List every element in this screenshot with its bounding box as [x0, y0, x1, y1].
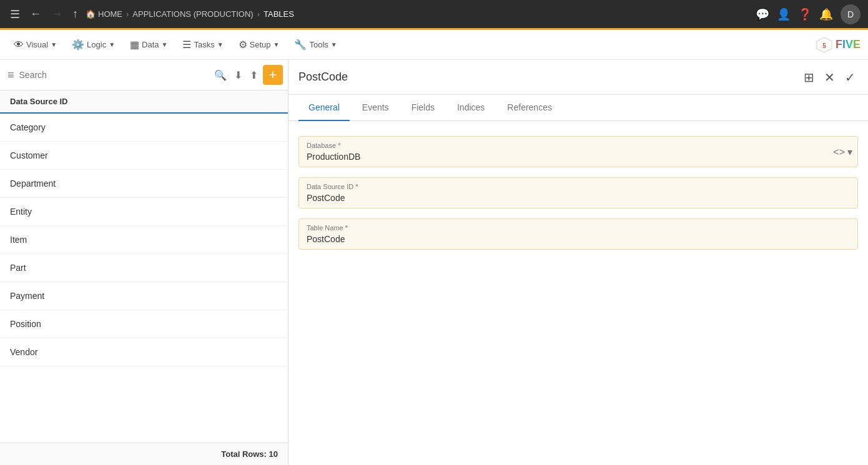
data-dropdown-icon: ▼ — [162, 41, 168, 48]
list-item[interactable]: Customer — [0, 142, 288, 170]
breadcrumb: 🏠 HOME › APPLICATIONS (PRODUCTION) › TAB… — [86, 9, 294, 19]
top-navbar: ☰ ← → ↑ 🏠 HOME › APPLICATIONS (PRODUCTIO… — [0, 0, 868, 30]
total-rows-label: Total Rows: 10 — [221, 449, 278, 459]
breadcrumb-tables-label: TABLES — [264, 9, 294, 19]
nav-right: 💬 👤 ❓ 🔔 D — [756, 4, 861, 24]
chat-icon[interactable]: 💬 — [756, 7, 769, 21]
logic-icon: ⚙️ — [72, 39, 84, 51]
five-logo: 5 FIVE — [816, 36, 861, 54]
tasks-icon: ☰ — [182, 39, 191, 51]
avatar-button[interactable]: D — [841, 4, 861, 24]
breadcrumb-home[interactable]: 🏠 HOME — [86, 9, 122, 19]
tabs: General Events Fields Indices References — [289, 95, 868, 121]
five-logo-icon: 5 — [816, 36, 833, 54]
table-name-field: Table Name * PostCode — [298, 218, 858, 250]
menu-button[interactable]: ☰ — [7, 5, 22, 24]
breadcrumb-sep-2: › — [257, 9, 260, 19]
toolbar-data-label: Data — [142, 40, 159, 49]
svg-text:5: 5 — [822, 42, 826, 49]
data-icon: ▦ — [130, 39, 139, 51]
list-item[interactable]: Category — [0, 114, 288, 142]
breadcrumb-apps[interactable]: APPLICATIONS (PRODUCTION) — [132, 9, 253, 19]
table-name-label: Table Name * — [307, 224, 850, 232]
tab-fields[interactable]: Fields — [402, 95, 445, 121]
column-header-label: Data Source ID — [10, 97, 67, 106]
toolbar-tasks[interactable]: ☰ Tasks ▼ — [176, 35, 229, 54]
search-button[interactable]: 🔍 — [212, 67, 229, 84]
search-bar: ≡ 🔍 ⬇ ⬆ + — [0, 60, 288, 91]
main-layout: ≡ 🔍 ⬇ ⬆ + Data Source ID Category Custom… — [0, 60, 868, 465]
right-header-actions: ⊞ ✕ ✓ — [801, 67, 858, 87]
breadcrumb-home-label: HOME — [98, 9, 122, 19]
data-source-id-label: Data Source ID * — [307, 183, 850, 190]
confirm-button[interactable]: ✓ — [842, 67, 858, 87]
list-body: Category Customer Department Entity Item… — [0, 114, 288, 443]
form-area: Database * ProductionDB <> ▾ Data Source… — [289, 121, 868, 465]
tasks-dropdown-icon: ▼ — [217, 41, 224, 48]
code-icon: <> — [833, 146, 845, 157]
up-button[interactable]: ↑ — [70, 5, 81, 23]
tools-dropdown-icon: ▼ — [331, 41, 337, 48]
breadcrumb-tables[interactable]: TABLES — [264, 9, 294, 19]
setup-dropdown-icon: ▼ — [274, 41, 280, 48]
five-logo-text: FIVE — [836, 38, 861, 51]
list-footer: Total Rows: 10 — [0, 443, 288, 465]
nav-left: ☰ ← → ↑ 🏠 HOME › APPLICATIONS (PRODUCTIO… — [7, 5, 751, 24]
breadcrumb-apps-label: APPLICATIONS (PRODUCTION) — [132, 9, 253, 19]
right-panel: PostCode ⊞ ✕ ✓ General Events Fields Ind… — [289, 60, 868, 465]
help-icon[interactable]: ❓ — [798, 7, 812, 21]
list-item[interactable]: Payment — [0, 282, 288, 310]
breadcrumb-sep-1: › — [126, 9, 129, 19]
list-item[interactable]: Vendor — [0, 338, 288, 366]
tab-events[interactable]: Events — [352, 95, 399, 121]
page-title: PostCode — [298, 71, 794, 84]
logic-dropdown-icon: ▼ — [109, 41, 115, 48]
database-value: ProductionDB — [307, 152, 850, 162]
list-item[interactable]: Position — [0, 310, 288, 338]
download-button[interactable]: ⬇ — [232, 67, 245, 84]
dropdown-chevron-icon: ▾ — [847, 146, 852, 158]
database-field-actions[interactable]: <> ▾ — [833, 146, 852, 158]
list-header: Data Source ID — [0, 91, 288, 114]
toolbar-logic-label: Logic — [87, 40, 106, 49]
list-item[interactable]: Item — [0, 226, 288, 254]
toolbar-visual[interactable]: 👁 Visual ▼ — [7, 36, 63, 54]
toolbar-setup[interactable]: ⚙ Setup ▼ — [232, 35, 286, 54]
add-button[interactable]: + — [263, 65, 283, 85]
toolbar-tools[interactable]: 🔧 Tools ▼ — [288, 35, 343, 54]
data-source-id-field: Data Source ID * PostCode — [298, 177, 858, 208]
search-actions: 🔍 ⬇ ⬆ + — [212, 65, 283, 85]
toolbar-logic[interactable]: ⚙️ Logic ▼ — [66, 35, 121, 54]
tab-general[interactable]: General — [298, 95, 350, 121]
list-item[interactable]: Entity — [0, 198, 288, 226]
tab-references[interactable]: References — [497, 95, 562, 121]
tools-icon: 🔧 — [294, 39, 307, 51]
list-item[interactable]: Part — [0, 254, 288, 282]
toolbar-visual-label: Visual — [26, 40, 48, 49]
database-label: Database * — [307, 142, 850, 149]
upload-button[interactable]: ⬆ — [247, 67, 260, 84]
filter-icon: ≡ — [5, 66, 17, 84]
setup-icon: ⚙ — [239, 39, 247, 51]
main-toolbar: 👁 Visual ▼ ⚙️ Logic ▼ ▦ Data ▼ ☰ Tasks ▼… — [0, 30, 868, 60]
tab-indices[interactable]: Indices — [447, 95, 495, 121]
person-icon[interactable]: 👤 — [777, 7, 791, 21]
table-name-value: PostCode — [307, 234, 850, 244]
notification-icon[interactable]: 🔔 — [819, 7, 833, 21]
left-panel: ≡ 🔍 ⬇ ⬆ + Data Source ID Category Custom… — [0, 60, 289, 465]
toolbar-setup-label: Setup — [250, 40, 271, 49]
forward-button[interactable]: → — [49, 5, 65, 23]
data-source-id-value: PostCode — [307, 193, 850, 203]
grid-view-button[interactable]: ⊞ — [801, 67, 817, 87]
close-button[interactable]: ✕ — [822, 67, 837, 87]
toolbar-tasks-label: Tasks — [194, 40, 214, 49]
search-input[interactable] — [19, 70, 209, 80]
database-field: Database * ProductionDB <> ▾ — [298, 136, 858, 167]
list-item[interactable]: Department — [0, 170, 288, 198]
toolbar-data[interactable]: ▦ Data ▼ — [124, 35, 174, 54]
home-icon: 🏠 — [86, 9, 96, 19]
visual-dropdown-icon: ▼ — [51, 41, 57, 48]
right-header: PostCode ⊞ ✕ ✓ — [289, 60, 868, 95]
back-button[interactable]: ← — [27, 5, 44, 23]
visual-icon: 👁 — [14, 39, 24, 51]
